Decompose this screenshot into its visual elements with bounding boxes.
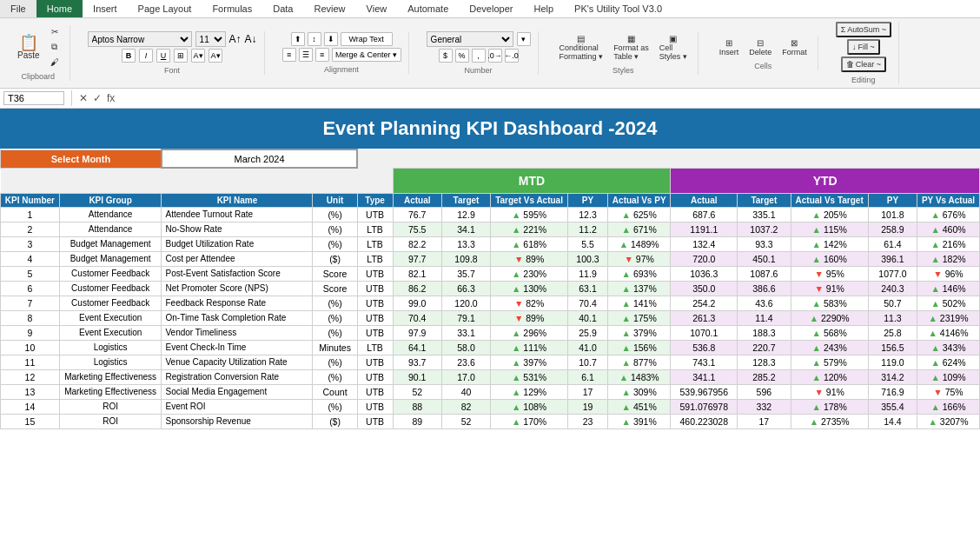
mtd-tvsa-cell: ▲ 111% (491, 340, 568, 355)
kpi-number-cell: 4 (1, 251, 60, 266)
percent-button[interactable]: % (455, 49, 469, 63)
align-right-button[interactable]: ≡ (315, 48, 329, 62)
align-top-button[interactable]: ⬆ (291, 32, 305, 46)
increase-font-icon[interactable]: A↑ (229, 33, 242, 45)
mtd-py-cell: 12.3 (567, 207, 607, 222)
mtd-target-cell: 79.1 (441, 310, 490, 325)
confirm-formula-icon[interactable]: ✓ (93, 92, 102, 104)
mtd-tvsa-cell: ▲ 397% (491, 355, 568, 369)
mtd-target-cell: 34.1 (441, 222, 490, 236)
merge-center-button[interactable]: Merge & Center ▾ (332, 48, 401, 62)
underline-button[interactable]: U (156, 49, 170, 63)
currency-button[interactable]: $ (439, 49, 453, 63)
tab-developer[interactable]: Developer (459, 0, 523, 17)
cut-button[interactable]: ✂ (47, 25, 63, 38)
align-middle-button[interactable]: ↕ (308, 32, 321, 46)
font-size-select[interactable]: 11 (195, 31, 226, 47)
kpi-type-cell: UTB (357, 399, 393, 414)
kpi-type-cell: UTB (357, 266, 393, 281)
ribbon-group-number: General ▾ $ % , .0→ ←.0 Number (420, 31, 539, 75)
decrease-font-icon[interactable]: A↓ (245, 33, 257, 45)
kpi-unit-cell: (%) (313, 296, 357, 310)
autosum-button[interactable]: Σ AutoSum ~ (836, 22, 891, 37)
ytd-pvsa-cell: ▲ 2319% (917, 310, 980, 325)
decrease-decimal-button[interactable]: ←.0 (505, 49, 519, 63)
format-cells-icon: ⊠ (791, 38, 798, 48)
kpi-group-cell: Marketing Effectiveness (59, 384, 162, 399)
tab-automate[interactable]: Automate (397, 0, 459, 17)
paste-icon: 📋 (19, 35, 38, 50)
kpi-number-cell: 2 (1, 222, 60, 236)
fill-color-button[interactable]: A▾ (191, 49, 205, 63)
wrap-text-button[interactable]: Wrap Text (341, 32, 393, 46)
mtd-py-cell: 11.9 (567, 266, 607, 281)
ytd-py-cell: 14.4 (868, 414, 917, 428)
align-center-button[interactable]: ☰ (299, 48, 313, 62)
fill-button[interactable]: ↓ Fill ~ (847, 39, 880, 55)
up-arrow-icon: ▲ (812, 328, 821, 338)
mtd-target-cell: 35.7 (441, 266, 490, 281)
ytd-py-cell: 11.3 (868, 310, 917, 325)
comma-button[interactable]: , (472, 49, 486, 63)
format-painter-button[interactable]: 🖌 (47, 56, 63, 69)
format-cells-button[interactable]: ⊠ Format (778, 37, 811, 58)
up-arrow-icon: ▲ (512, 328, 520, 338)
align-bottom-button[interactable]: ⬇ (324, 32, 338, 46)
up-arrow-icon: ▲ (930, 342, 939, 353)
ytd-py-cell: 156.5 (868, 340, 917, 355)
ribbon-group-cells: ⊞ Insert ⊟ Delete ⊠ Format Cells (709, 37, 818, 70)
tab-help[interactable]: Help (523, 0, 564, 17)
ytd-target-cell: 188.3 (738, 325, 791, 340)
tab-data[interactable]: Data (262, 0, 303, 17)
formula-input[interactable] (118, 92, 977, 104)
mtd-tvsa-cell: ▼ 82% (491, 296, 568, 310)
up-arrow-icon: ▲ (622, 342, 631, 353)
tab-pks-utility[interactable]: PK's Utility Tool V3.0 (564, 0, 672, 17)
tab-insert[interactable]: Insert (83, 0, 128, 17)
select-month-value[interactable]: March 2024 (162, 149, 357, 168)
cancel-formula-icon[interactable]: ✕ (79, 92, 88, 104)
clear-button[interactable]: 🗑 Clear ~ (841, 56, 886, 72)
ytd-py-cell: 50.7 (868, 296, 917, 310)
cell-reference-input[interactable] (3, 91, 64, 105)
border-button[interactable]: ⊞ (174, 49, 188, 63)
font-color-button[interactable]: A▾ (209, 49, 222, 63)
font-family-select[interactable]: Aptos Narrow (88, 31, 192, 47)
mtd-py-cell: 10.7 (567, 355, 607, 369)
ytd-pvsa-cell: ▲ 109% (917, 369, 980, 384)
paste-button[interactable]: 📋 Paste (14, 33, 43, 62)
tab-view[interactable]: View (356, 0, 398, 17)
col-ytd-target: Target (738, 193, 791, 207)
increase-decimal-button[interactable]: .0→ (488, 49, 502, 63)
cell-styles-icon: ▣ (669, 34, 677, 43)
ytd-pvsa-cell: ▲ 4146% (917, 325, 980, 340)
kpi-number-cell: 11 (1, 355, 60, 369)
format-as-table-button[interactable]: ▦ Format asTable ▾ (610, 32, 652, 63)
bold-button[interactable]: B (122, 49, 136, 63)
mtd-py-cell: 17 (567, 384, 607, 399)
delete-cells-button[interactable]: ⊟ Delete (745, 37, 775, 58)
tab-formulas[interactable]: Formulas (202, 0, 262, 17)
insert-function-icon[interactable]: fx (107, 92, 115, 104)
tab-review[interactable]: Review (303, 0, 355, 17)
ytd-pvsa-cell: ▲ 216% (917, 236, 980, 251)
up-arrow-icon: ▲ (512, 269, 520, 279)
tab-file[interactable]: File (0, 0, 36, 17)
kpi-number-cell: 6 (1, 281, 60, 296)
align-left-button[interactable]: ≡ (282, 48, 296, 62)
tab-page-layout[interactable]: Page Layout (128, 0, 202, 17)
paste-label: Paste (17, 50, 40, 60)
tab-home[interactable]: Home (36, 0, 83, 17)
number-format-select[interactable]: General (427, 31, 513, 47)
cell-styles-button[interactable]: ▣ CellStyles ▾ (656, 32, 691, 63)
up-arrow-icon: ▲ (929, 328, 937, 338)
mtd-target-cell: 23.6 (441, 355, 490, 369)
copy-button[interactable]: ⧉ (47, 40, 63, 54)
conditional-formatting-button[interactable]: ▤ ConditionalFormatting ▾ (556, 32, 607, 63)
kpi-number-cell: 5 (1, 266, 60, 281)
mtd-target-cell: 40 (441, 384, 490, 399)
italic-button[interactable]: I (139, 49, 153, 63)
insert-cells-button[interactable]: ⊞ Insert (716, 37, 743, 58)
number-format-dropdown[interactable]: ▾ (517, 32, 531, 46)
ytd-py-cell: 25.8 (868, 325, 917, 340)
